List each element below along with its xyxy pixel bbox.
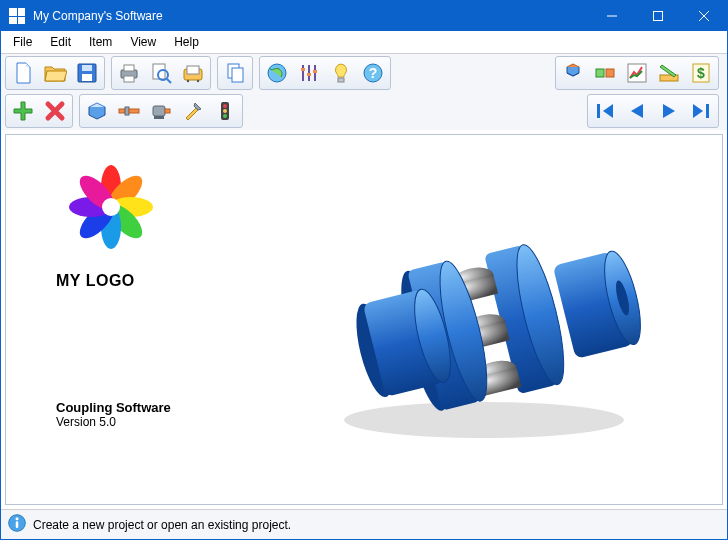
lightbulb-icon[interactable] <box>325 58 357 88</box>
save-disk-icon[interactable] <box>71 58 103 88</box>
traffic-light-icon[interactable] <box>209 96 241 126</box>
product-version: Version 5.0 <box>56 415 266 429</box>
motor-icon[interactable] <box>145 96 177 126</box>
svg-point-36 <box>223 109 227 113</box>
coupling-render-icon <box>314 190 654 450</box>
splash-right <box>266 155 702 484</box>
magnifier-icon[interactable] <box>145 58 177 88</box>
screwdriver-wrench-icon[interactable] <box>177 96 209 126</box>
logo: MY LOGO <box>56 165 266 290</box>
pencil-ruler-icon[interactable] <box>653 58 685 88</box>
svg-rect-39 <box>706 104 709 118</box>
nav-prev-icon[interactable] <box>621 96 653 126</box>
menu-file[interactable]: File <box>5 33 40 51</box>
svg-rect-32 <box>165 109 170 113</box>
status-message: Create a new project or open an existing… <box>33 518 291 532</box>
svg-point-69 <box>16 517 19 520</box>
title-bar: My Company's Software <box>1 1 727 31</box>
svg-rect-10 <box>187 66 199 74</box>
shaft-icon[interactable] <box>113 96 145 126</box>
svg-rect-2 <box>82 65 92 71</box>
svg-point-48 <box>102 198 120 216</box>
open-folder-icon[interactable] <box>39 58 71 88</box>
splash-left: MY LOGO Coupling Software Version 5.0 <box>26 155 266 484</box>
svg-rect-30 <box>129 109 139 113</box>
svg-rect-29 <box>125 107 129 115</box>
dollar-icon[interactable]: $ <box>685 58 717 88</box>
equalizer-icon[interactable] <box>293 58 325 88</box>
globe-icon[interactable] <box>261 58 293 88</box>
nav-first-icon[interactable] <box>589 96 621 126</box>
svg-rect-33 <box>154 116 164 119</box>
svg-rect-28 <box>119 109 125 113</box>
svg-text:?: ? <box>369 65 378 81</box>
svg-rect-31 <box>153 106 165 116</box>
svg-point-49 <box>344 402 624 438</box>
svg-rect-18 <box>313 70 317 73</box>
svg-rect-3 <box>82 74 92 81</box>
svg-rect-24 <box>628 64 646 82</box>
box3d-icon[interactable] <box>81 96 113 126</box>
svg-rect-23 <box>606 69 614 77</box>
window-title: My Company's Software <box>33 9 589 23</box>
svg-rect-38 <box>597 104 600 118</box>
svg-point-35 <box>223 104 227 108</box>
cube-row-icon[interactable] <box>589 58 621 88</box>
menu-view[interactable]: View <box>122 33 164 51</box>
svg-text:$: $ <box>697 65 705 81</box>
minimize-button[interactable] <box>589 1 635 31</box>
copy-pages-icon[interactable] <box>219 58 251 88</box>
logo-flower-icon <box>56 165 186 265</box>
svg-point-12 <box>197 80 199 82</box>
maximize-button[interactable] <box>635 1 681 31</box>
svg-rect-22 <box>596 69 604 77</box>
svg-rect-5 <box>124 65 134 71</box>
product-name: Coupling Software <box>56 400 266 415</box>
svg-point-37 <box>223 114 227 118</box>
menu-item[interactable]: Item <box>81 33 120 51</box>
svg-rect-14 <box>232 68 243 82</box>
app-icon <box>9 8 25 24</box>
window-controls <box>589 1 727 31</box>
menu-help[interactable]: Help <box>166 33 207 51</box>
x-red-icon[interactable] <box>39 96 71 126</box>
svg-point-11 <box>187 80 189 82</box>
svg-rect-0 <box>654 12 663 21</box>
chart-icon[interactable] <box>621 58 653 88</box>
content-area: MY LOGO Coupling Software Version 5.0 <box>5 134 723 505</box>
toolbar-area: ? $ <box>1 54 727 130</box>
new-file-icon[interactable] <box>7 58 39 88</box>
menu-bar: File Edit Item View Help <box>1 31 727 54</box>
nav-last-icon[interactable] <box>685 96 717 126</box>
nav-next-icon[interactable] <box>653 96 685 126</box>
svg-rect-17 <box>307 73 311 76</box>
menu-edit[interactable]: Edit <box>42 33 79 51</box>
logo-text: MY LOGO <box>56 272 266 290</box>
info-icon <box>7 513 27 536</box>
svg-rect-19 <box>338 78 344 82</box>
close-button[interactable] <box>681 1 727 31</box>
help-question-icon[interactable]: ? <box>357 58 389 88</box>
cube-stack-icon[interactable] <box>557 58 589 88</box>
printer-icon[interactable] <box>113 58 145 88</box>
plus-icon[interactable] <box>7 96 39 126</box>
status-bar: Create a new project or open an existing… <box>1 509 727 539</box>
toolbar-row-1: ? $ <box>1 54 727 92</box>
svg-rect-70 <box>16 521 19 528</box>
toolbar-row-2 <box>1 92 727 130</box>
svg-rect-16 <box>301 68 305 71</box>
rolodex-icon[interactable] <box>177 58 209 88</box>
svg-rect-6 <box>124 76 134 82</box>
